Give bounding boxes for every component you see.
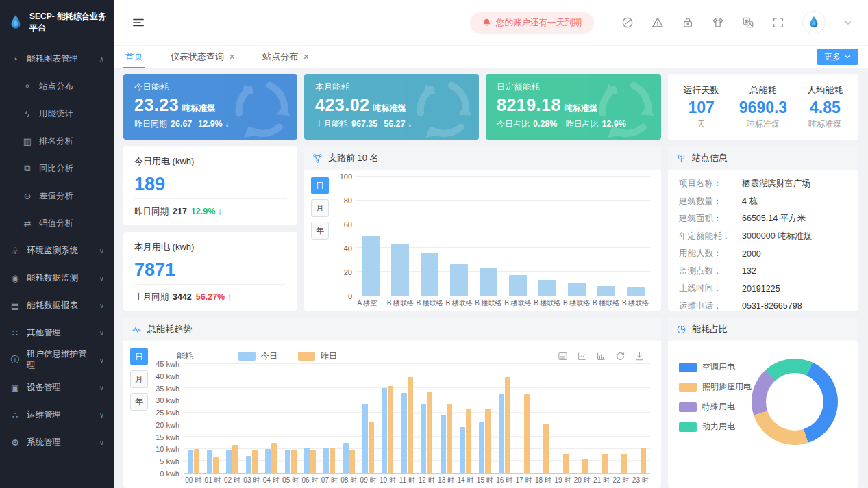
error-log-icon[interactable] [652, 16, 664, 29]
bar-昨日 [485, 409, 491, 473]
pie-legend-item-动力用电[interactable]: 动力用电 [679, 421, 752, 433]
line-chart-icon[interactable] [577, 351, 587, 361]
legend-swatch [298, 352, 315, 361]
bar-今日 [188, 450, 193, 473]
alert-text: 您的账户还有一天到期 [496, 17, 582, 29]
theme-palette-icon[interactable] [621, 16, 634, 29]
period-toggle-日[interactable]: 日 [130, 348, 148, 365]
sidebar-subitem-0-4[interactable]: ⊖差值分析 [0, 182, 114, 209]
tab-home[interactable]: 首页 [123, 46, 145, 68]
period-toggle-年[interactable]: 年 [130, 393, 148, 411]
sidebar-subitem-0-0[interactable]: ⌖站点分布 [0, 73, 114, 100]
energy-trend-panel: 总能耗趋势 日月年 能耗 今日昨日 [123, 318, 661, 488]
bell-icon [482, 18, 491, 27]
site-info-row: 上线时间：20191225 [679, 280, 847, 298]
bar-group-10 [378, 364, 397, 473]
total-energy-stat: 总能耗 9690.3 吨标准煤 [739, 84, 787, 130]
antenna-icon [676, 153, 686, 164]
stat-value: 4.85 [807, 99, 843, 117]
today-energy-card: 今日能耗 23.23吨标准煤 昨日同期26.6712.9% ↓ [123, 74, 297, 140]
bar-group-19 [553, 364, 572, 473]
legend-item-今日[interactable]: 今日 [238, 350, 277, 362]
tab-site-distribution[interactable]: 站点分布✕ [260, 46, 311, 68]
panel-title: 能耗占比 [692, 323, 728, 335]
bar-column [474, 177, 504, 296]
sidebar-item-5[interactable]: ⓘ租户信息维护管理∨ [0, 346, 114, 374]
usage-compare: 昨日同期21712.9% ↓ [134, 198, 286, 218]
user-menu-chevron-icon[interactable] [843, 18, 853, 27]
sidebar-item-7[interactable]: ∴运维管理∨ [0, 401, 114, 428]
sidebar-item-3[interactable]: ▤能耗数据报表∨ [0, 292, 114, 319]
download-icon[interactable] [634, 351, 645, 361]
sidebar-item-label: 运维管理 [27, 409, 61, 421]
fullscreen-icon[interactable] [772, 16, 784, 29]
bar-group-21 [592, 364, 611, 473]
pie-legend-item-空调用电[interactable]: 空调用电 [679, 361, 752, 373]
bar-group-1 [203, 364, 222, 473]
bar-今日 [265, 449, 271, 473]
close-tab-icon[interactable]: ✕ [229, 53, 235, 62]
sub-extra: 56.27 ↓ [384, 119, 412, 129]
y-tick-label: 40 [344, 244, 352, 253]
site-info-value: 0531-82665798 [742, 301, 802, 311]
sidebar-item-1[interactable]: ♧环境监测系统∨ [0, 237, 114, 264]
x-tick-label: 07 时 [320, 476, 339, 485]
account-expiry-alert[interactable]: 您的账户还有一天到期 [470, 12, 594, 34]
period-toggle-月[interactable]: 月 [130, 370, 148, 388]
tabbar: 首页 仪表状态查询✕ 站点分布✕ 更多 [114, 45, 868, 68]
sidebar-subitem-0-5[interactable]: ⇄码值分析 [0, 209, 114, 237]
sidebar-subitem-label: 用能统计 [39, 108, 73, 120]
legend-swatch [679, 383, 697, 392]
compare-value: 217 [173, 207, 187, 216]
sidebar-subitem-0-2[interactable]: ▥排名分析 [0, 127, 114, 155]
bar-column [445, 177, 474, 296]
x-tick-label: B 楼联络 [591, 298, 621, 308]
close-tab-icon[interactable]: ✕ [303, 53, 309, 62]
site-info-label: 运维电话： [679, 300, 742, 311]
legend-item-昨日[interactable]: 昨日 [298, 350, 337, 362]
bar-4 [480, 268, 497, 296]
sidebar-subitem-0-1[interactable]: ϟ用能统计 [0, 100, 114, 127]
language-switch-icon[interactable] [742, 16, 754, 29]
pie-legend-item-照明插座用电[interactable]: 照明插座用电 [679, 381, 752, 393]
user-avatar[interactable] [802, 11, 826, 34]
period-toggle-日[interactable]: 日 [311, 177, 329, 194]
compare-label: 昨日同期 [134, 207, 169, 216]
data-view-icon[interactable] [558, 351, 568, 361]
bar-今日 [323, 448, 329, 473]
bar-7 [568, 283, 586, 296]
sidebar-item-0[interactable]: ◔能耗图表管理∧ [0, 45, 114, 73]
sidebar-subitem-label: 同比分析 [39, 163, 73, 175]
bar-column [415, 177, 445, 296]
period-toggle-年[interactable]: 年 [311, 222, 329, 240]
site-info-label: 建筑数量： [679, 196, 742, 207]
y-tick-label: 5 kwh [160, 457, 179, 465]
bar-今日 [460, 427, 465, 473]
chart-legend: 今日昨日 [238, 350, 337, 362]
tab-label: 仪表状态查询 [171, 51, 224, 63]
sidebar-subitem-0-3[interactable]: ⧉同比分析 [0, 155, 114, 182]
sidebar-item-2[interactable]: ◉能耗数据监测∨ [0, 264, 114, 292]
lock-screen-icon[interactable] [682, 16, 694, 29]
panel-header: 总能耗趋势 [123, 318, 661, 341]
period-toggle-月[interactable]: 月 [311, 199, 329, 217]
collapse-menu-icon[interactable] [132, 16, 145, 29]
theme-skin-icon[interactable] [712, 16, 724, 29]
sidebar-item-6[interactable]: ▣设备管理∨ [0, 374, 114, 401]
chevron-up-icon: ∧ [99, 55, 104, 63]
bar-2 [421, 253, 438, 296]
sidebar-item-4[interactable]: ∷其他管理∨ [0, 319, 114, 346]
tab-meter-status[interactable]: 仪表状态查询✕ [169, 46, 237, 68]
bar-chart-icon[interactable] [596, 351, 606, 361]
sidebar-item-8[interactable]: ⚙系统管理∨ [0, 428, 114, 456]
x-tick-label: 01 时 [203, 476, 222, 485]
app-root: SECP- 能耗综合业务平台 ◔能耗图表管理∧⌖站点分布ϟ用能统计▥排名分析⧉同… [0, 0, 868, 488]
card-value: 23.23吨标准煤 [134, 95, 286, 115]
more-tabs-button[interactable]: 更多 [817, 49, 858, 65]
bar-昨日 [524, 394, 530, 473]
site-info-label: 项目名称： [679, 178, 742, 190]
pie-legend-item-特殊用电[interactable]: 特殊用电 [679, 401, 752, 413]
plot [184, 364, 650, 474]
bar-column [504, 177, 533, 296]
refresh-icon[interactable] [615, 351, 625, 361]
